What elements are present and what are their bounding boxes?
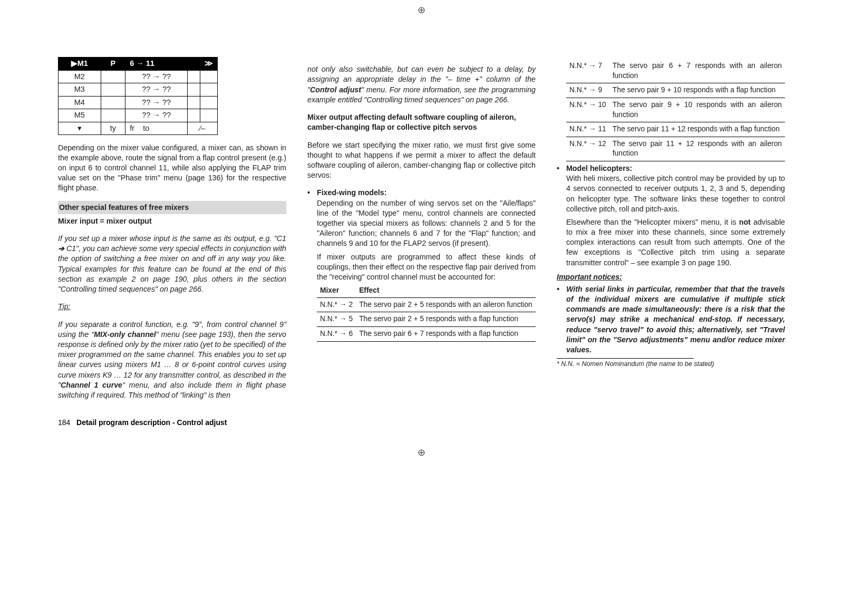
fixedwing-desc1: Depending on the number of wing servos s…	[307, 198, 536, 249]
important-heading: Important notices:	[557, 272, 785, 282]
col2-para2: Before we start specifying the mixer rat…	[307, 140, 536, 181]
page-footer: 184 Detail program description - Control…	[0, 418, 843, 442]
cell-nn10-eff: The servo pair 9 + 10 responds with an a…	[609, 98, 785, 122]
cell-nn11-eff: The servo pair 11 + 12 responds with a f…	[609, 122, 785, 137]
registration-mark-bottom: ⊕	[0, 442, 843, 463]
cell-nn11: N.N.* → 11	[566, 122, 609, 137]
cell-nn6-eff: The servo pair 6 + 7 responds with a fla…	[356, 326, 536, 341]
arrow-icon: ➔	[58, 244, 64, 253]
column-2: not only also switchable, but can even b…	[307, 57, 536, 408]
lcd-foot-arrow: ▾	[59, 122, 101, 135]
cell-nn10: N.N.* → 10	[566, 98, 609, 122]
cell-nn12-eff: The servo pair 11 + 12 responds with an …	[609, 137, 785, 161]
lcd-m1: ▶M1	[59, 57, 101, 71]
lcd-foot-sw: ⁄–	[188, 122, 218, 135]
bullet-fixedwing: • Fixed-wing models:	[307, 188, 536, 198]
gray-heading-special-features: Other special features of free mixers	[58, 201, 286, 214]
page-number: 184	[58, 418, 70, 427]
cell-nn5-eff: The servo pair 2 + 5 responds with a fla…	[356, 312, 536, 327]
lcd-map3: ?? → ??	[125, 83, 188, 97]
lcd-sw1	[188, 57, 200, 71]
footnote-rule	[557, 358, 694, 359]
lcd-m5: M5	[59, 109, 101, 122]
footer-title: Detail program description - Control adj…	[76, 418, 227, 427]
lcd-frto: fr to	[125, 122, 188, 135]
fixedwing-desc2: If mixer outputs are programmed to affec…	[307, 252, 536, 283]
th-mixer: Mixer	[317, 284, 356, 297]
cell-nn7-eff: The servo pair 6 + 7 responds with an ai…	[609, 59, 785, 83]
col1-para3: If you separate a control function, e.g.…	[58, 320, 286, 400]
heading-mixer-io: Mixer input = mixer output	[58, 216, 286, 226]
col1-para2: If you set up a mixer whose input is the…	[58, 234, 286, 294]
effect-table-2: N.N.* → 7The servo pair 6 + 7 responds w…	[566, 59, 785, 161]
col2-heading: Mixer output affecting default software …	[307, 112, 536, 132]
bullet-icon: •	[557, 163, 566, 174]
lcd-m3: M3	[59, 83, 101, 97]
col1-para1: Depending on the mixer value configured,…	[58, 143, 286, 194]
lcd-map1: 6 → 11	[125, 57, 188, 71]
lcd-m2: M2	[59, 70, 101, 83]
bullet-icon: •	[307, 188, 317, 198]
column-1: ▶M1 P 6 → 11 ≫ M2?? → ?? M3?? → ?? M4?? …	[58, 57, 286, 408]
registration-mark-top: ⊕	[0, 0, 843, 20]
cell-nn9-eff: The servo pair 9 + 10 responds with a fl…	[609, 83, 785, 98]
th-effect: Effect	[356, 284, 536, 297]
important-text: With serial links in particular, remembe…	[566, 284, 785, 355]
footnote-text: * N.N. = Nomen Nominandum (the name to b…	[557, 360, 785, 369]
effect-table-1: MixerEffect N.N.* → 2The servo pair 2 + …	[317, 284, 536, 342]
cell-nn7: N.N.* → 7	[566, 59, 609, 83]
cell-nn6: N.N.* → 6	[317, 326, 356, 341]
lcd-map5: ?? → ??	[125, 109, 188, 122]
cell-nn9: N.N.* → 9	[566, 83, 609, 98]
heli-desc1: With heli mixers, collective pitch contr…	[557, 174, 785, 214]
lcd-table: ▶M1 P 6 → 11 ≫ M2?? → ?? M3?? → ?? M4?? …	[58, 57, 218, 135]
bullet-heli: • Model helicopters:	[557, 163, 785, 174]
lcd-m4: M4	[59, 96, 101, 109]
fixedwing-label: Fixed-wing models:	[317, 188, 386, 197]
lcd-sw2: ≫	[200, 57, 218, 71]
cell-nn2-eff: The servo pair 2 + 5 responds with an ai…	[356, 297, 536, 312]
lcd-map4: ?? → ??	[125, 96, 188, 109]
tip-heading: Tip:	[58, 302, 286, 312]
lcd-map2: ?? → ??	[125, 70, 188, 83]
cell-nn2: N.N.* → 2	[317, 297, 356, 312]
column-3: N.N.* → 7The servo pair 6 + 7 responds w…	[557, 57, 785, 408]
col2-para1: not only also switchable, but can even b…	[307, 64, 536, 105]
cell-nn5: N.N.* → 5	[317, 312, 356, 327]
lcd-ty: ty	[101, 122, 125, 135]
cell-nn12: N.N.* → 12	[566, 137, 609, 161]
important-bullet: • With serial links in particular, remem…	[557, 284, 785, 355]
page-body: ▶M1 P 6 → 11 ≫ M2?? → ?? M3?? → ?? M4?? …	[0, 20, 843, 418]
bullet-icon: •	[557, 284, 566, 355]
heli-label: Model helicopters:	[566, 164, 632, 172]
lcd-p: P	[101, 57, 125, 71]
heli-desc2: Elsewhere than the "Helicopter mixers" m…	[557, 217, 785, 268]
